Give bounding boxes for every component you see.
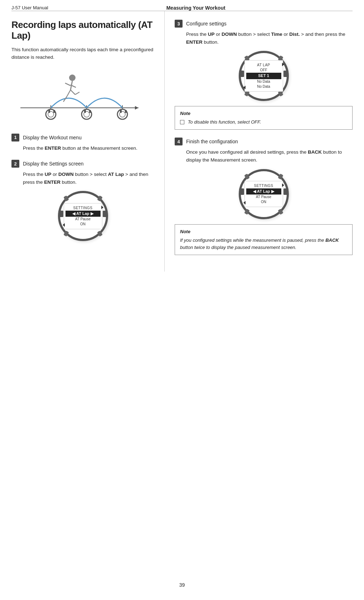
svg-rect-15 [120,110,122,113]
step4-title: Finish the configuration [186,139,238,144]
svg-line-24 [75,92,79,95]
section-title: Recording laps automatically (AT Lap) [11,20,154,41]
step3-device-wrapper: AT LAP OFF SET 1 No Data No Data [175,51,353,101]
page-header: J-57 User Manual Measuring Your Workout … [0,0,364,11]
step2-number: 2 [11,160,19,168]
right-column: 3 Configure settings Press the UP or DOW… [165,11,364,272]
step4-note-box: Note If you configured settings while th… [175,224,353,255]
indicator4-top-right [282,183,284,187]
step3-screen-row-3: No Data [246,79,281,84]
step4-screen-row-2: AT Pause [246,195,281,200]
step2-block: 2 Display the Settings screen Press the … [11,160,154,241]
step1-block: 1 Display the Workout menu Press the ENT… [11,134,154,152]
step4-device-screen: SETTINGS ◀ AT Lap ▶ AT Pause ON [244,181,283,207]
step3-note-box: Note To disable this function, select OF… [175,106,353,130]
step3-bold-enter: ENTER [186,39,203,45]
step1-title: Display the Workout menu [23,135,82,140]
step2-bold-down: DOWN [58,172,74,177]
header-center: Measuring Your Workout [48,5,344,11]
step3-device-outer: AT LAP OFF SET 1 No Data No Data [239,51,289,101]
step3-note-content: To disable this function, select OFF. [180,119,347,126]
step3-device-circle: AT LAP OFF SET 1 No Data No Data [239,51,289,101]
indicator3-bot-left [243,86,246,89]
step3-title: Configure settings [186,21,227,27]
step3-note-text: To disable this function, select OFF. [188,119,261,125]
svg-rect-7 [48,110,50,113]
page-footer: 39 [0,576,364,593]
lug4-br [278,208,283,215]
lug-tl [63,196,69,202]
step3-note-title: Note [180,110,347,117]
svg-line-21 [67,90,71,96]
svg-rect-12 [89,110,91,113]
step3-bold-dist: Dist. [289,32,300,37]
step2-header: 2 Display the Settings screen [11,160,154,168]
step4-block: 4 Finish the configuration Once you have… [175,138,353,255]
indicator-bot-left [63,223,65,227]
step4-device-outer: SETTINGS ◀ AT Lap ▶ AT Pause ON [239,169,289,219]
step2-title: Display the Settings screen [23,161,84,167]
step2-bold-enter: ENTER [44,179,60,185]
lug4-tr [278,173,283,179]
step3-number: 3 [175,20,183,28]
step2-body: Press the UP or DOWN button > select AT … [11,171,154,186]
step4-bold-back: BACK [308,149,322,155]
svg-rect-16 [125,110,127,113]
step3-screen-row-2: SET 1 [246,73,281,79]
section-desc: This function automatically records laps… [11,46,154,61]
step4-note-title: Note [180,228,347,235]
step1-body: Press the ENTER button at the Measuremen… [11,144,154,152]
step3-block: 3 Configure settings Press the UP or DOW… [175,20,353,130]
step1-header: 1 Display the Workout menu [11,134,154,141]
step3-bold-time: Time [271,32,282,37]
svg-line-23 [71,90,75,95]
step4-note-content: If you configured settings while the mea… [180,237,347,251]
device4-btn-left [239,188,244,195]
step2-device-wrapper: SETTINGS ◀ AT Lap ▶ AT Pause ON [11,191,154,241]
step4-note-bold-back: BACK [325,237,339,243]
lug4-tl [244,173,250,179]
lug-tr [97,196,103,202]
step2-screen-row-3: ON [65,222,101,227]
step2-screen-row-1: ◀ AT Lap ▶ [65,211,101,217]
device4-btn-right [283,188,288,195]
step2-screen-row-0: SETTINGS [65,206,101,211]
indicator4-bot-left [243,201,246,205]
step4-screen-row-0: SETTINGS [246,183,281,188]
device3-btn-right [283,71,288,77]
step4-number: 4 [175,138,183,145]
step4-header: 4 Finish the configuration [175,138,353,145]
svg-rect-8 [53,110,55,113]
step4-device-circle: SETTINGS ◀ AT Lap ▶ AT Pause ON [239,169,289,219]
runner-illustration [17,68,149,125]
step3-screen-row-4: No Data [246,84,281,89]
step4-screen-row-1: ◀ AT Lap ▶ [246,188,281,195]
step4-note-text: If you configured settings while the mea… [180,237,339,250]
device-btn-left [58,211,63,217]
step2-device-circle: SETTINGS ◀ AT Lap ▶ AT Pause ON [58,191,108,241]
step2-bold-up: UP [45,172,52,177]
step3-header: 3 Configure settings [175,20,353,28]
indicator3-top-right [282,63,284,66]
step4-device-wrapper: SETTINGS ◀ AT Lap ▶ AT Pause ON [175,169,353,219]
step4-note-em: If you configured settings while the mea… [180,237,339,250]
step1-bold-enter: ENTER [45,145,61,151]
device-btn-right [103,211,108,217]
lug-bl [63,231,69,237]
step4-screen-row-3: ON [246,200,281,205]
indicator-top-right [101,206,103,209]
note-checkbox-icon [180,120,184,124]
step1-number: 1 [11,134,19,141]
svg-line-19 [65,83,71,86]
lug-br [97,231,103,237]
step3-screen-row-1: OFF [246,68,281,73]
step2-device-outer: SETTINGS ◀ AT Lap ▶ AT Pause ON [58,191,108,241]
step2-screen-row-2: AT Pause [65,217,101,222]
svg-point-17 [69,75,76,81]
lug4-bl [244,208,250,215]
header-left: J-57 User Manual [11,5,48,10]
svg-rect-11 [84,110,86,113]
step2-bold-atlap: AT Lap [108,172,124,177]
page-number: 39 [179,582,185,588]
step4-body: Once you have configured all desired set… [175,148,353,164]
